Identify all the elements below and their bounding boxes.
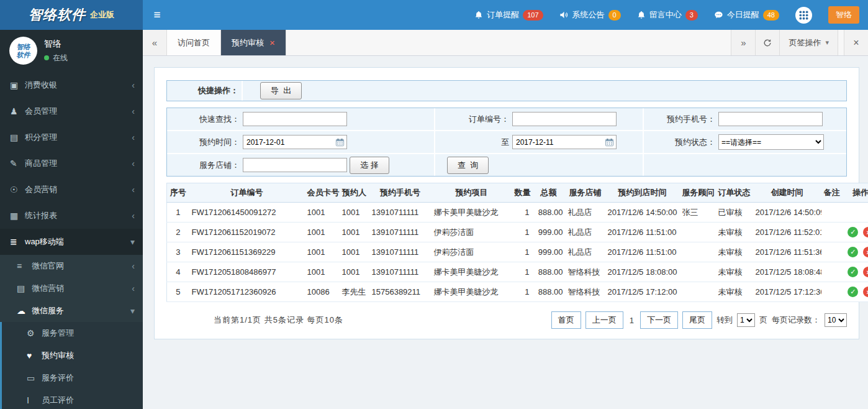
calendar-icon[interactable] bbox=[605, 138, 614, 147]
table-cell: 礼品店 bbox=[566, 203, 605, 223]
search-form-row-3: 服务店铺： 选 择 查 询 bbox=[167, 154, 846, 176]
table-cell: 娜卡美甲美睫沙龙 bbox=[432, 262, 512, 282]
table-cell: 1 bbox=[512, 282, 532, 302]
date-to-input[interactable] bbox=[516, 138, 603, 147]
table-cell: 伊莉莎洁面 bbox=[432, 223, 512, 242]
search-form-row-2: 预约时间： 至 bbox=[167, 131, 846, 154]
notice-count-badge: 3 bbox=[685, 10, 698, 21]
reject-icon[interactable]: × bbox=[863, 267, 868, 277]
sidebar-item-goods[interactable]: ✎ 商品管理 ‹ bbox=[0, 150, 143, 177]
sidebar-item-label: 服务评价 bbox=[42, 372, 135, 384]
query-button[interactable]: 查 询 bbox=[447, 157, 489, 174]
bell-icon bbox=[637, 11, 646, 19]
prev-page-button[interactable]: 上一页 bbox=[585, 311, 623, 329]
table-cell: 999.00 bbox=[532, 223, 566, 242]
user-avatar[interactable] bbox=[795, 7, 812, 24]
table-cell: 张三 bbox=[680, 203, 716, 223]
notice-order-reminder[interactable]: 订单提醒 107 bbox=[474, 9, 543, 21]
brand-edition: 企业版 bbox=[90, 9, 114, 21]
first-page-button[interactable]: 首页 bbox=[551, 311, 581, 329]
service-shop-input[interactable] bbox=[243, 158, 347, 172]
approve-icon[interactable]: ✓ bbox=[848, 267, 858, 277]
column-header: 服务店铺 bbox=[566, 183, 605, 203]
choose-shop-button[interactable]: 选 择 bbox=[350, 157, 389, 174]
member-icon: ♟ bbox=[10, 106, 25, 116]
sidebar-item-wap-mobile[interactable]: ≣ wap移动端 ▾ bbox=[0, 229, 143, 255]
chevron-left-icon: ‹ bbox=[132, 132, 135, 142]
search-form: 快速查找： 订单编号： 预约手机号： 预约时间： bbox=[166, 108, 847, 177]
column-header: 预约手机号 bbox=[369, 183, 432, 203]
tab-home[interactable]: 访问首页 bbox=[167, 30, 221, 55]
sidebar-item-reports[interactable]: ▦ 统计报表 ‹ bbox=[0, 203, 143, 229]
sidebar-item-wechat-site[interactable]: ≡ 微信官网 ‹ bbox=[0, 255, 143, 277]
pagination-controls: 首页 上一页 1 下一页 尾页 转到 1 页 每页记录数： 10 bbox=[551, 311, 847, 329]
sidebar-item-wechat-service[interactable]: ☁ 微信服务 ▾ bbox=[0, 300, 143, 322]
sidebar-item-wechat-marketing[interactable]: ▤ 微信营销 ‹ bbox=[0, 277, 143, 300]
sidebar-item-service-manage[interactable]: ⚙ 服务管理 bbox=[0, 322, 143, 344]
next-page-button[interactable]: 下一页 bbox=[640, 311, 678, 329]
notice-count-badge: 107 bbox=[523, 10, 543, 21]
table-cell: 1001 bbox=[340, 223, 369, 242]
quick-search-input[interactable] bbox=[243, 112, 347, 126]
tab-operations-dropdown[interactable]: 页签操作 ▾ bbox=[779, 30, 838, 55]
sidebar-item-members[interactable]: ♟ 会员管理 ‹ bbox=[0, 98, 143, 124]
table-cell: 李先生 bbox=[340, 282, 369, 302]
reject-icon[interactable]: × bbox=[863, 227, 868, 237]
sidebar-item-label: 微信营销 bbox=[32, 283, 132, 294]
calendar-icon[interactable] bbox=[335, 138, 345, 147]
approve-icon[interactable]: ✓ bbox=[848, 247, 858, 257]
export-button[interactable]: 导 出 bbox=[260, 82, 302, 99]
page-size-select[interactable]: 10 bbox=[825, 313, 847, 327]
column-header: 会员卡号 bbox=[305, 183, 340, 203]
reject-icon[interactable]: × bbox=[863, 287, 868, 297]
sidebar-item-service-review[interactable]: ▭ 服务评价 bbox=[0, 367, 143, 389]
tab-bar: « 访问首页 预约审核 × » 页签操作 ▾ × bbox=[143, 30, 868, 56]
date-from-field bbox=[243, 135, 347, 149]
sidebar-menu: ▣ 消费收银 ‹ ♟ 会员管理 ‹ ▤ 积分管理 ‹ ✎ 商品管理 ‹ ☉ 会员… bbox=[0, 72, 143, 409]
order-no-label: 订单编号： bbox=[435, 114, 512, 125]
pencil-icon: ✎ bbox=[10, 159, 25, 168]
chevron-left-icon: ‹ bbox=[132, 283, 135, 293]
sidebar-toggle-button[interactable]: ≡ bbox=[143, 0, 171, 30]
table-cell: FW1712061450091272 bbox=[189, 203, 305, 223]
chart-icon: ▦ bbox=[10, 211, 25, 221]
user-name-badge[interactable]: 智络 bbox=[828, 6, 859, 24]
chevron-left-icon: ‹ bbox=[132, 261, 135, 271]
tab-booking-audit[interactable]: 预约审核 × bbox=[221, 30, 286, 55]
table-cell: 1 bbox=[512, 242, 532, 262]
sidebar-item-booking-audit[interactable]: ♥ 预约审核 bbox=[0, 344, 143, 367]
date-from-input[interactable] bbox=[246, 138, 333, 147]
close-all-tabs-button[interactable]: × bbox=[844, 30, 868, 55]
booking-phone-input[interactable] bbox=[718, 112, 823, 126]
sidebar: 智络 软件 智络 在线 ▣ 消费收银 ‹ ♟ 会员管理 ‹ ▤ 积分管理 ‹ ✎ bbox=[0, 30, 143, 409]
reject-icon[interactable]: × bbox=[863, 247, 868, 257]
sidebar-item-cashier[interactable]: ▣ 消费收银 ‹ bbox=[0, 72, 143, 98]
close-tab-icon[interactable]: × bbox=[269, 38, 275, 47]
sidebar-item-points[interactable]: ▤ 积分管理 ‹ bbox=[0, 124, 143, 150]
goto-page-label: 转到 bbox=[717, 315, 733, 326]
sidebar-item-staff-review[interactable]: Ⅰ 员工评价 bbox=[0, 389, 143, 409]
approve-icon[interactable]: ✓ bbox=[848, 287, 858, 297]
order-no-input[interactable] bbox=[512, 112, 617, 126]
notice-today-reminder[interactable]: 今日提醒 48 bbox=[714, 9, 779, 21]
table-cell: 13910711111 bbox=[369, 223, 432, 242]
sidebar-item-marketing[interactable]: ☉ 会员营销 ‹ bbox=[0, 177, 143, 203]
brand-logo[interactable]: 智络软件 企业版 bbox=[0, 0, 143, 30]
approve-icon[interactable]: ✓ bbox=[848, 227, 858, 237]
tab-label: 预约审核 bbox=[232, 37, 264, 48]
tabs-scroll-right-button[interactable]: » bbox=[731, 30, 755, 55]
column-header: 序号 bbox=[167, 183, 189, 203]
table-cell: 888.00 bbox=[532, 282, 566, 302]
goto-page-select[interactable]: 1 bbox=[737, 313, 755, 327]
notice-message-center[interactable]: 留言中心 3 bbox=[637, 9, 698, 21]
table-cell: 1001 bbox=[305, 242, 340, 262]
tabs-scroll-left-button[interactable]: « bbox=[143, 30, 167, 55]
refresh-button[interactable] bbox=[755, 30, 779, 55]
bell-icon bbox=[474, 11, 483, 19]
booking-status-select[interactable]: ==请选择== bbox=[718, 134, 824, 150]
sidebar-item-label: 服务管理 bbox=[42, 328, 135, 339]
last-page-button[interactable]: 尾页 bbox=[682, 311, 712, 329]
table-cell: 2017/12/6 11:51:00 bbox=[605, 242, 680, 262]
notice-system-announcement[interactable]: 系统公告 0 bbox=[559, 9, 621, 21]
current-page-number: 1 bbox=[630, 316, 634, 325]
